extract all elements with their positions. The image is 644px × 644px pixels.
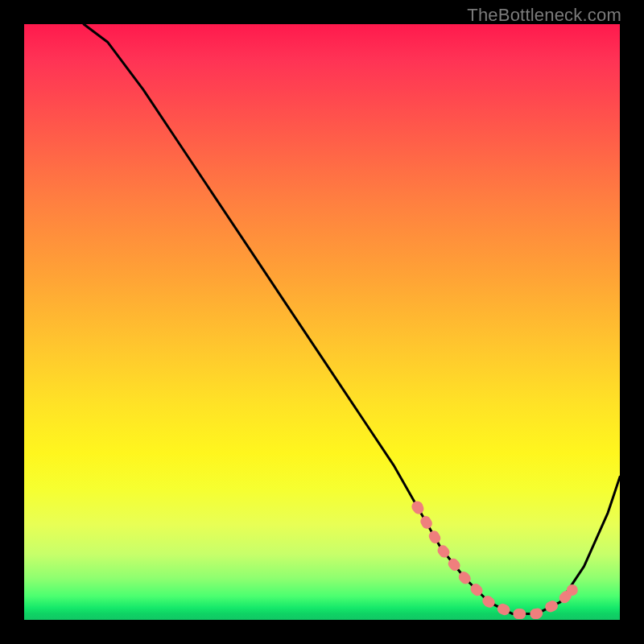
bottleneck-curve: [84, 24, 620, 614]
svg-point-0: [411, 501, 423, 512]
svg-point-1: [567, 584, 578, 596]
highlight-segment: [411, 501, 577, 613]
plot-area: [24, 24, 620, 620]
watermark-text: TheBottleneck.com: [467, 5, 621, 26]
curve-layer: [24, 24, 620, 620]
chart-frame: TheBottleneck.com: [0, 0, 644, 644]
